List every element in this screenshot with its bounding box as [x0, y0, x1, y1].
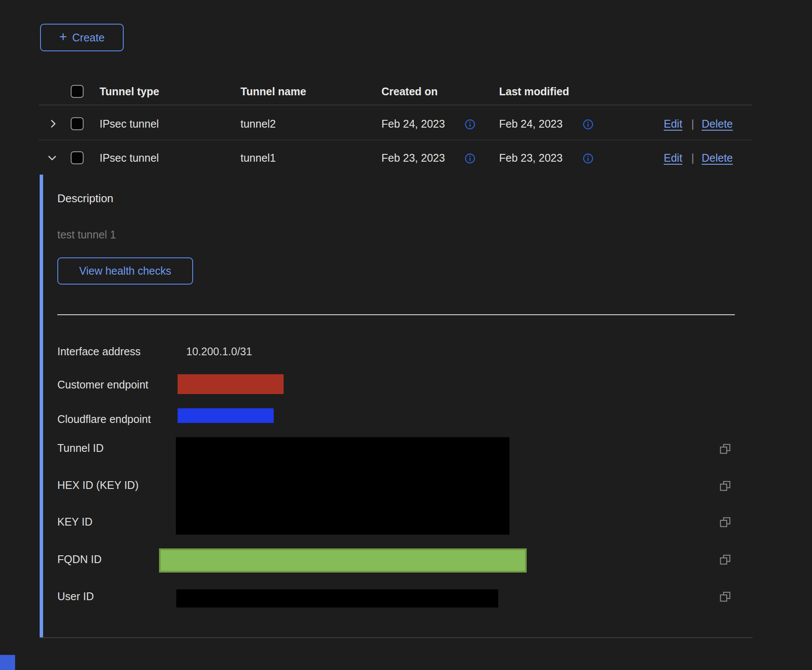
- tunnel-type-cell: IPsec tunnel: [100, 116, 159, 131]
- description-value: test tunnel 1: [57, 228, 116, 241]
- chevron-right-icon[interactable]: [47, 118, 59, 129]
- cloudflare-endpoint-redaction: [178, 408, 274, 423]
- create-button-label: Create: [72, 31, 105, 44]
- section-divider: [57, 314, 735, 315]
- user-id-redaction: [176, 589, 498, 607]
- edit-link[interactable]: Edit: [664, 150, 682, 165]
- tunnel-hex-key-id-redaction: [176, 437, 509, 535]
- customer-endpoint-label: Customer endpoint: [57, 378, 148, 391]
- copy-fqdn-id-icon[interactable]: [719, 553, 731, 566]
- column-header-created-on: Created on: [381, 85, 438, 98]
- panel-bottom-divider: [40, 637, 753, 638]
- tunnel-name-cell: tunnel2: [240, 116, 276, 131]
- user-id-label: User ID: [57, 589, 94, 603]
- expanded-row-accent-bar: [40, 175, 43, 637]
- info-icon[interactable]: [583, 153, 593, 164]
- tunnel-name-cell: tunnel1: [240, 150, 276, 165]
- row-checkbox[interactable]: [71, 117, 84, 130]
- interface-address-label: Interface address: [57, 344, 141, 358]
- plus-icon: +: [59, 30, 67, 44]
- chevron-down-icon[interactable]: [47, 152, 58, 163]
- header-divider: [39, 105, 753, 105]
- description-label: Description: [57, 191, 113, 205]
- tunnel-id-label: Tunnel ID: [57, 441, 103, 455]
- key-id-label: KEY ID: [57, 515, 93, 529]
- customer-endpoint-redaction: [178, 374, 284, 394]
- last-modified-cell: Feb 23, 2023: [499, 150, 562, 165]
- last-modified-cell: Feb 24, 2023: [499, 116, 562, 131]
- column-header-tunnel-type: Tunnel type: [100, 85, 159, 98]
- edit-link[interactable]: Edit: [664, 116, 682, 131]
- action-separator: |: [691, 150, 694, 165]
- copy-hex-id-icon[interactable]: [719, 479, 731, 492]
- row-divider: [39, 140, 753, 140]
- column-header-tunnel-name: Tunnel name: [240, 85, 306, 98]
- info-icon[interactable]: [583, 119, 593, 130]
- view-health-checks-button[interactable]: View health checks: [57, 257, 193, 285]
- info-icon[interactable]: [465, 119, 475, 130]
- tunnels-page: + Create Tunnel type Tunnel name Created…: [0, 0, 812, 670]
- created-on-cell: Feb 24, 2023: [381, 116, 445, 131]
- copy-user-id-icon[interactable]: [719, 590, 731, 603]
- created-on-cell: Feb 23, 2023: [381, 150, 445, 165]
- interface-address-value: 10.200.1.0/31: [186, 344, 252, 358]
- copy-tunnel-id-icon[interactable]: [719, 442, 731, 455]
- create-button[interactable]: + Create: [40, 24, 124, 51]
- row-checkbox[interactable]: [71, 151, 84, 164]
- corner-accent-fragment: [0, 655, 15, 670]
- delete-link[interactable]: Delete: [702, 150, 733, 165]
- cloudflare-endpoint-label: Cloudflare endpoint: [57, 412, 151, 426]
- column-header-last-modified: Last modified: [499, 85, 569, 98]
- fqdn-id-redaction: [159, 548, 527, 573]
- hex-id-label: HEX ID (KEY ID): [57, 478, 138, 492]
- action-separator: |: [691, 116, 694, 131]
- tunnel-type-cell: IPsec tunnel: [100, 150, 159, 165]
- fqdn-id-label: FQDN ID: [57, 552, 102, 566]
- info-icon[interactable]: [465, 153, 475, 164]
- delete-link[interactable]: Delete: [702, 116, 733, 131]
- copy-key-id-icon[interactable]: [719, 516, 731, 528]
- select-all-checkbox[interactable]: [71, 85, 84, 98]
